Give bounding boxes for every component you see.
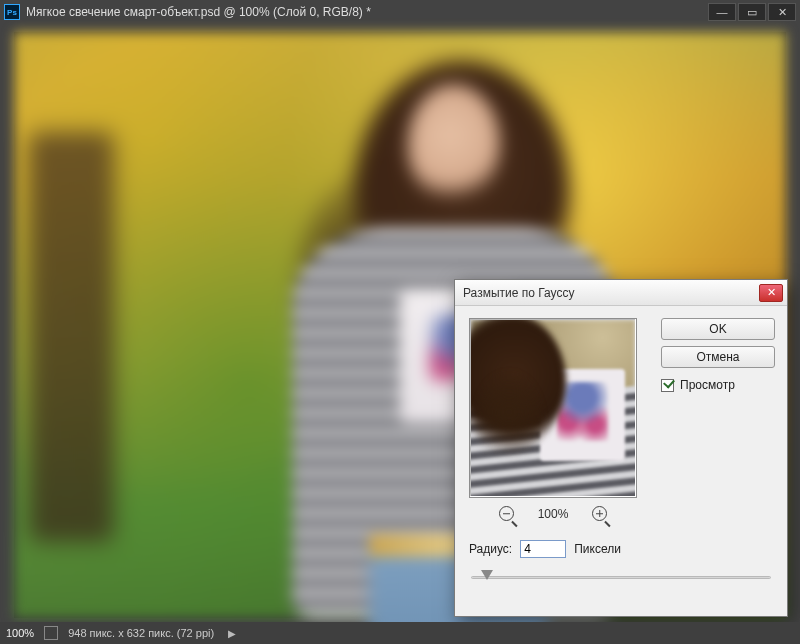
radius-row: Радиус: Пиксели	[469, 540, 621, 558]
status-dimensions: 948 пикс. x 632 пикс. (72 ppi)	[68, 627, 214, 639]
slider-track	[471, 576, 771, 579]
window-controls: — ▭ ✕	[706, 3, 796, 21]
gaussian-blur-dialog: Размытие по Гауссу ✕ 100% Радиус: Пиксел…	[454, 279, 788, 617]
close-button[interactable]: ✕	[768, 3, 796, 21]
zoom-in-icon[interactable]	[592, 506, 607, 521]
zoom-out-icon[interactable]	[499, 506, 514, 521]
radius-input[interactable]	[520, 540, 566, 558]
cancel-button[interactable]: Отмена	[661, 346, 775, 368]
radius-unit: Пиксели	[574, 542, 621, 556]
status-play-icon[interactable]: ▶	[228, 628, 236, 639]
dialog-close-button[interactable]: ✕	[759, 284, 783, 302]
document-title: Мягкое свечение смарт-объект.psd @ 100% …	[26, 5, 706, 19]
dialog-title: Размытие по Гауссу	[463, 286, 759, 300]
ok-button[interactable]: OK	[661, 318, 775, 340]
preview-checkbox[interactable]	[661, 379, 674, 392]
preview-zoom-value: 100%	[538, 507, 569, 521]
slider-thumb[interactable]	[481, 570, 493, 580]
preview-panel[interactable]	[469, 318, 637, 498]
status-zoom[interactable]: 100%	[6, 627, 34, 639]
preview-image	[471, 320, 635, 496]
dialog-body: 100% Радиус: Пиксели OK Отмена Просмотр	[455, 306, 787, 616]
radius-slider[interactable]	[471, 568, 771, 586]
minimize-button[interactable]: —	[708, 3, 736, 21]
status-page-icon[interactable]	[44, 626, 58, 640]
radius-label: Радиус:	[469, 542, 512, 556]
app-icon: Ps	[4, 4, 20, 20]
maximize-button[interactable]: ▭	[738, 3, 766, 21]
preview-zoom-controls: 100%	[469, 506, 637, 521]
dialog-side-controls: OK Отмена Просмотр	[661, 318, 775, 392]
app-titlebar: Ps Мягкое свечение смарт-объект.psd @ 10…	[0, 0, 800, 24]
status-bar: 100% 948 пикс. x 632 пикс. (72 ppi) ▶	[0, 622, 800, 644]
dialog-titlebar[interactable]: Размытие по Гауссу ✕	[455, 280, 787, 306]
preview-checkbox-label: Просмотр	[680, 378, 735, 392]
preview-checkbox-row: Просмотр	[661, 378, 775, 392]
